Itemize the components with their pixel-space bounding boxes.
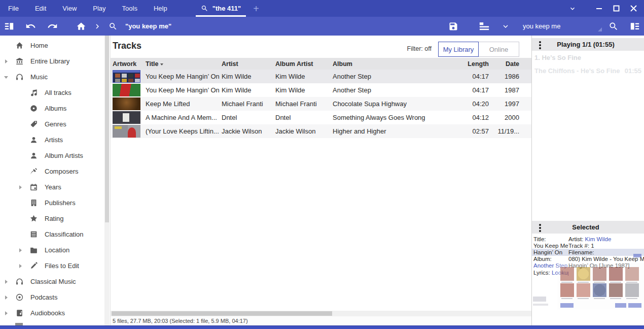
spacer [18, 106, 23, 111]
player-bar[interactable] [0, 325, 644, 329]
selected-header-label: Selected [531, 223, 644, 231]
save-button[interactable] [443, 17, 464, 36]
sidebar-scrollbar-thumb[interactable] [105, 36, 109, 222]
column-header-album-artist[interactable]: Album Artist [274, 60, 332, 68]
toggle-left-panel-icon[interactable] [0, 17, 20, 36]
pen-icon [29, 167, 38, 176]
spacer [18, 232, 23, 237]
sidebar-item-location[interactable]: Location [0, 242, 104, 258]
person-icon [29, 136, 38, 145]
playing-track-title[interactable]: 1. He’s So Fine [534, 54, 581, 61]
source-tabs: My Library Online [438, 42, 519, 57]
chevron-right-icon[interactable] [4, 59, 9, 64]
sidebar-item-files-to-edit[interactable]: Files to Edit [0, 258, 104, 274]
maximize-button[interactable] [607, 0, 625, 17]
album-artwork [113, 70, 140, 83]
sidebar-item-entire-library[interactable]: Entire Library [0, 53, 104, 69]
app-window: File Edit View Play Tools Help "the 411"… [0, 0, 644, 329]
chevron-right-icon[interactable] [4, 295, 9, 300]
column-header-date[interactable]: Date [491, 60, 521, 68]
undo-button[interactable] [20, 17, 42, 36]
search-resize-grip[interactable] [598, 27, 602, 31]
column-header-artwork[interactable]: Artwork [111, 60, 145, 68]
table-row[interactable]: (Your Love Keeps Liftin... Jackie Wilson… [111, 124, 531, 138]
column-header-album[interactable]: Album [332, 60, 459, 68]
sidebar-item-audiobooks[interactable]: Audiobooks [0, 305, 104, 321]
search-input[interactable] [523, 20, 603, 33]
sidebar-item-podcasts[interactable]: Podcasts [0, 289, 104, 305]
sidebar-item-artists[interactable]: Artists [0, 132, 104, 148]
menu-edit[interactable]: Edit [27, 0, 54, 17]
artist-label: Artist: [568, 236, 583, 242]
toggle-right-panel-icon[interactable] [624, 17, 644, 36]
view-options-chevron-icon[interactable] [495, 17, 516, 36]
table-row[interactable]: You Keep Me Hangin’ On Kim Wilde Kim Wil… [111, 70, 531, 83]
playing-header-label: Playing 1/1 (01:55) [531, 41, 644, 48]
redo-button[interactable] [42, 17, 63, 36]
table-row[interactable]: A Machine And A Mem... Dntel Dntel Somet… [111, 111, 531, 124]
menu-view[interactable]: View [54, 0, 85, 17]
column-header-length[interactable]: Length [459, 60, 491, 68]
breadcrumb-search-icon [103, 17, 123, 36]
sidebar-item-albums[interactable]: Albums [0, 101, 104, 116]
sidebar-item-genres[interactable]: Genres [0, 116, 104, 132]
disc-icon [29, 104, 38, 113]
column-header-title[interactable]: Title [145, 60, 221, 68]
status-text: 5 files, 27.7 MB, 20:03 (Selected: 1 fil… [113, 318, 248, 324]
chevron-right-icon[interactable] [4, 279, 9, 284]
playlist-view-button[interactable] [473, 17, 495, 36]
filename-value-line1: 080) Kim Wilde - You Keep Me [568, 256, 644, 262]
minimize-button[interactable] [590, 0, 607, 17]
sidebar-item-all-tracks[interactable]: All tracks [0, 85, 104, 101]
ghost-artwork-picker-overlay [557, 263, 644, 310]
selected-panel-header: Selected [532, 221, 644, 234]
chevron-right-icon[interactable] [18, 264, 23, 269]
tab-online[interactable]: Online [479, 42, 519, 57]
home-breadcrumb-icon[interactable] [70, 17, 92, 36]
playing-track-subtitle[interactable]: The Chiffons - He’s So Fine 01:55 [534, 67, 641, 75]
chevron-right-icon[interactable] [18, 248, 23, 253]
menu-help[interactable]: Help [146, 0, 175, 17]
menu-play[interactable]: Play [85, 0, 114, 17]
horizontal-scrollbar-thumb[interactable] [112, 311, 332, 316]
filter-status[interactable]: Filter: off [407, 45, 432, 52]
sidebar-item-classical-music[interactable]: Classical Music [0, 274, 104, 289]
horizontal-scrollbar[interactable] [111, 311, 531, 316]
sidebar-item-classification[interactable]: Classification [0, 226, 104, 242]
artist-link[interactable]: Kim Wilde [585, 236, 612, 242]
search-field[interactable] [523, 22, 603, 30]
sidebar-item-rating[interactable]: Rating [0, 211, 104, 226]
menu-tools[interactable]: Tools [114, 0, 146, 17]
column-header-artist[interactable]: Artist [221, 60, 274, 68]
cabinet-icon [29, 230, 38, 239]
sidebar-item-music[interactable]: Music [0, 69, 104, 85]
chevron-down-icon[interactable] [4, 75, 9, 80]
music-note-icon [29, 88, 38, 97]
chevron-right-icon[interactable] [18, 185, 23, 190]
status-bar: 5 files, 27.7 MB, 20:03 (Selected: 1 fil… [111, 316, 531, 325]
chevron-right-icon[interactable] [4, 311, 9, 316]
search-tab-label: "the 411" [212, 5, 241, 12]
table-row[interactable]: You Keep Me Hangin’ On Kim Wilde Kim Wil… [111, 83, 531, 97]
table-row[interactable]: Keep Me Lifted Michael Franti Michael Fr… [111, 97, 531, 111]
title-value-line2: Hangin’ On [532, 249, 568, 255]
filename-label: Filename: [568, 249, 644, 255]
tab-my-library[interactable]: My Library [438, 42, 479, 57]
sidebar-item-album-artists[interactable]: Album Artists [0, 148, 104, 163]
right-panel: Playing 1/1 (01:55) 1. He’s So Fine The … [531, 36, 644, 325]
star-icon [29, 214, 38, 223]
calendar-icon [29, 183, 38, 192]
title-bar: File Edit View Play Tools Help "the 411"… [0, 0, 644, 17]
sidebar-item-publishers[interactable]: Publishers [0, 195, 104, 211]
search-tab[interactable]: "the 411" [194, 0, 248, 17]
tab-overflow-chevron-icon[interactable] [564, 0, 581, 17]
sidebar-item-years[interactable]: Years [0, 179, 104, 195]
toolbar-search-icon[interactable] [603, 17, 624, 36]
close-button[interactable] [625, 0, 642, 17]
sidebar-item-home[interactable]: Home [0, 38, 104, 53]
sidebar-scrollbar[interactable] [104, 36, 110, 325]
new-tab-button[interactable]: + [253, 1, 259, 16]
person-icon [29, 151, 38, 160]
menu-file[interactable]: File [0, 0, 27, 17]
sidebar-item-composers[interactable]: Composers [0, 163, 104, 179]
